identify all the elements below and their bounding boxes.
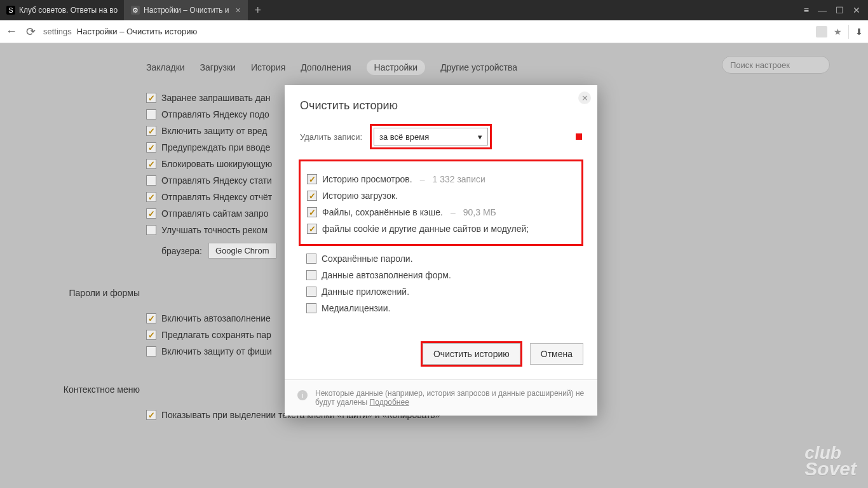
footer-text: Некоторые данные (например, история запр… [315, 389, 584, 407]
clear-option-label: Файлы, сохранённые в кэше. [322, 207, 443, 217]
clear-option[interactable]: Данные приложений. [306, 287, 576, 297]
checked-group-highlight: Историю просмотров.–1 332 записиИсторию … [299, 159, 583, 246]
option-label: Отправлять сайтам запро [161, 208, 268, 219]
checkbox-icon[interactable] [307, 191, 317, 201]
nav-загрузки[interactable]: Загрузки [200, 62, 236, 72]
menu-icon[interactable]: ≡ [804, 5, 809, 15]
range-select[interactable]: за всё время ▾ [374, 128, 488, 146]
chevron-down-icon: ▾ [478, 132, 482, 142]
option-label: Предупреждать при вводе [161, 142, 270, 152]
option-label: Включить автозаполнение [161, 313, 271, 323]
checkbox-icon[interactable] [146, 330, 156, 340]
nav-другие устройства[interactable]: Другие устройства [440, 62, 517, 72]
clear-option-label: Сохранённые пароли. [322, 254, 413, 264]
clear-option[interactable]: Данные автозаполнения форм. [306, 270, 576, 280]
range-highlight: за всё время ▾ [370, 124, 492, 149]
address-bar: ← ⟳ settings Настройки – Очистить истори… [0, 20, 868, 43]
checkbox-icon[interactable] [146, 208, 156, 219]
address-field[interactable]: settings Настройки – Очистить историю [43, 27, 810, 36]
favicon-s-icon: S [6, 6, 15, 15]
checkbox-icon[interactable] [146, 175, 156, 186]
divider [848, 25, 849, 39]
footer-link[interactable]: Подробнее [370, 398, 409, 407]
browser-select[interactable]: Google Chrom [208, 243, 276, 259]
nav-история[interactable]: История [251, 62, 285, 72]
option-label: Отправлять Яндексу отчёт [161, 192, 272, 202]
clear-option[interactable]: файлы cookie и другие данные сайтов и мо… [307, 224, 575, 234]
tab-title: Настройки – Очистить и [144, 6, 229, 15]
checkbox-icon[interactable] [306, 254, 316, 264]
checkbox-icon[interactable] [146, 109, 156, 119]
checkbox-icon[interactable] [146, 93, 156, 103]
favicon-gear-icon: ⚙ [131, 6, 140, 15]
option-label: Заранее запрашивать дан [161, 93, 270, 103]
dialog-close-icon[interactable]: ✕ [578, 92, 591, 104]
clear-history-dialog: ✕ Очистить историю Удалить записи: за вс… [285, 85, 597, 416]
dash: – [451, 207, 456, 217]
checkbox-icon[interactable] [146, 142, 156, 152]
clear-option[interactable]: Историю загрузок. [307, 191, 575, 201]
checkbox-icon[interactable] [306, 287, 316, 297]
nav-закладки[interactable]: Закладки [146, 62, 185, 72]
clear-button-highlight: Очистить историю [421, 341, 522, 367]
checkbox-icon[interactable] [307, 207, 317, 217]
info-icon: i [297, 390, 308, 400]
tab-close-icon[interactable]: × [236, 5, 241, 15]
url-scheme: settings [43, 27, 72, 36]
checkbox-icon[interactable] [146, 313, 156, 323]
checkbox-icon[interactable] [146, 346, 156, 356]
clear-option[interactable]: Медиалицензии. [306, 303, 576, 313]
checkbox-icon[interactable] [146, 126, 156, 136]
checkbox-icon[interactable] [306, 303, 316, 313]
dialog-footer: i Некоторые данные (например, история за… [285, 379, 597, 416]
tab-1[interactable]: ⚙ Настройки – Очистить и × [125, 0, 248, 20]
marker-icon [576, 133, 582, 140]
shield-icon[interactable] [816, 26, 827, 37]
checkbox-icon[interactable] [146, 192, 156, 202]
maximize-icon[interactable]: ☐ [836, 5, 844, 15]
clear-option[interactable]: Сохранённые пароли. [306, 254, 576, 264]
section-forms-title: Пароли и формы [38, 288, 140, 298]
clear-option[interactable]: Историю просмотров.–1 332 записи [307, 174, 575, 184]
close-window-icon[interactable]: ✕ [853, 5, 860, 15]
clear-option-label: Историю загрузок. [322, 191, 398, 201]
clear-option-label: Данные приложений. [322, 287, 409, 297]
watermark: club Sovet [804, 445, 857, 477]
clear-option-label: файлы cookie и другие данные сайтов и мо… [322, 224, 529, 234]
dialog-title: Очистить историю [300, 99, 582, 112]
tab-0[interactable]: S Клуб советов. Ответы на во [0, 0, 125, 20]
nav-настройки[interactable]: Настройки [367, 60, 426, 75]
range-value: за всё время [379, 132, 429, 142]
checkbox-icon[interactable] [306, 270, 316, 280]
checkbox-icon[interactable] [146, 225, 156, 235]
url-title: Настройки – Очистить историю [77, 27, 197, 36]
new-tab-button[interactable]: + [248, 0, 268, 20]
clear-option[interactable]: Файлы, сохранённые в кэше.–90,3 МБ [307, 207, 575, 217]
clear-option-label: Историю просмотров. [322, 174, 412, 184]
section-context-title: Контекстное меню [38, 384, 140, 395]
range-label: Удалить записи: [300, 132, 363, 142]
option-label: Улучшать точность реком [161, 225, 268, 235]
back-icon[interactable]: ← [5, 25, 18, 38]
checkbox-icon[interactable] [307, 174, 317, 184]
clear-option-label: Данные автозаполнения форм. [322, 270, 451, 280]
bookmark-star-icon[interactable]: ★ [834, 27, 842, 37]
clear-option-extra: 90,3 МБ [463, 207, 496, 217]
option-label: Отправлять Яндексу стати [161, 175, 272, 186]
download-icon[interactable]: ⬇ [855, 27, 863, 37]
reload-icon[interactable]: ⟳ [24, 25, 37, 39]
clear-history-button[interactable]: Очистить историю [423, 343, 520, 365]
minimize-icon[interactable]: — [818, 5, 827, 15]
window-controls: ≡ — ☐ ✕ [796, 0, 868, 20]
search-settings-input[interactable] [722, 56, 830, 74]
checkbox-icon[interactable] [146, 159, 156, 169]
cancel-button[interactable]: Отмена [530, 343, 583, 365]
tab-title: Клуб советов. Ответы на во [19, 6, 118, 15]
checkbox-icon[interactable] [146, 410, 156, 420]
checkbox-icon[interactable] [307, 224, 317, 234]
nav-дополнения[interactable]: Дополнения [301, 62, 351, 72]
clear-option-label: Медиалицензии. [322, 303, 390, 313]
titlebar: S Клуб советов. Ответы на во ⚙ Настройки… [0, 0, 868, 20]
browser-label: браузера: [161, 246, 202, 256]
dash: – [420, 174, 425, 184]
